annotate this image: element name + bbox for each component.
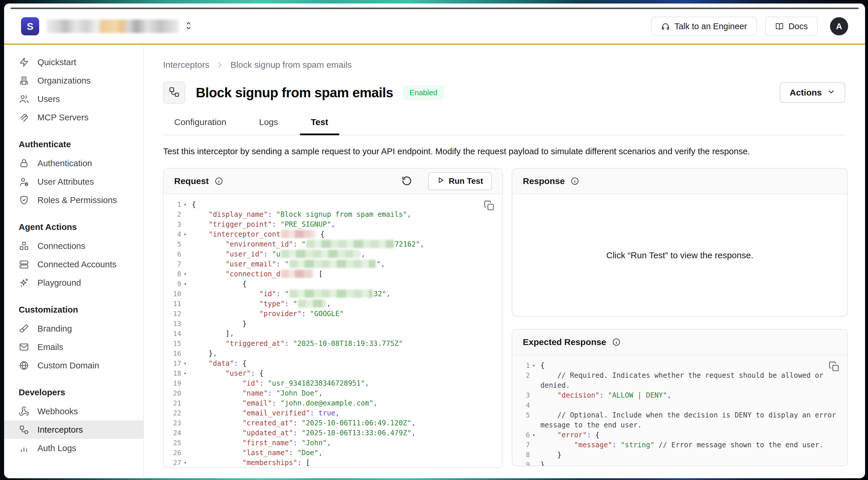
breadcrumb-root[interactable]: Interceptors [163,60,209,70]
code-line: 13 } [164,319,502,329]
code-text: "user": { [192,369,502,378]
fold-spacer [181,299,192,309]
code-text: } [192,319,502,329]
sidebar-item-organizations[interactable]: Organizations [4,71,143,90]
fold-toggle-icon[interactable]: ▾ [181,358,192,369]
code-line: 17▾ "data": { [164,358,502,369]
response-panel-title: Response [523,176,565,186]
chevron-right-icon [216,61,224,69]
fold-toggle-icon[interactable]: ▾ [530,430,540,440]
info-icon[interactable] [215,177,223,186]
copy-expected-button[interactable] [829,361,840,373]
fold-toggle-icon[interactable]: ▾ [181,229,192,239]
copy-request-button[interactable] [484,200,495,212]
line-number: 22 [164,408,181,418]
sidebar-item-connections[interactable]: Connections [4,237,143,255]
response-empty-state: Click “Run Test” to view the response. [512,194,847,316]
fold-spacer [181,388,192,398]
sidebar-item-roles-permissions[interactable]: Roles & Permissions [4,191,143,209]
fold-spacer [181,418,192,428]
expected-response-panel: Expected Response 1▾{2 // R [512,329,848,466]
fold-toggle-icon[interactable]: ▾ [181,458,192,468]
code-line: 18▾ "user": { [164,369,502,378]
interceptor-icon [168,86,180,99]
code-line: 1▾{ [512,360,847,371]
sidebar-item-playground[interactable]: Playground [4,274,143,292]
fold-toggle-icon[interactable]: ▾ [181,269,192,279]
sidebar-item-auth-logs[interactable]: Auth Logs [4,439,143,457]
sidebar-item-label: Auth Logs [37,443,76,453]
info-icon[interactable] [612,338,621,347]
sidebar-item-custom-domain[interactable]: Custom Domain [4,356,143,375]
line-number: 9 [164,279,181,289]
code-line: 19 "id": "usr_93418238346728951", [164,378,502,388]
code-line: 24 "updated_at": "2025-10-06T13:33:06.47… [164,428,502,438]
sidebar-item-label: Roles & Permissions [37,195,117,205]
redacted-value [289,290,373,298]
request-code-editor[interactable]: 1▾{2 "display_name": "Block signup from … [164,194,502,468]
sidebar-item-quickstart[interactable]: Quickstart [4,53,143,71]
sidebar-item-mcp-servers[interactable]: MCP Servers [4,108,143,127]
code-text: "trigger_point": "PRE_SIGNUP", [192,219,502,229]
tab-configuration[interactable]: Configuration [174,117,226,135]
line-number: 26 [164,448,181,458]
test-panels: Request Run [163,168,845,468]
tab-logs[interactable]: Logs [259,117,278,135]
response-panel: Response Click “Run Test” to view the re… [512,168,848,317]
code-text: } [540,450,847,460]
line-number: 3 [164,219,181,229]
talk-to-engineer-button[interactable]: Talk to an Engineer [651,17,757,36]
sparkles-icon [19,278,29,288]
fold-toggle-icon[interactable]: ▾ [530,360,540,371]
line-number: 19 [164,378,181,388]
expected-response-code[interactable]: 1▾{2 // Required. Indicates whether the … [512,355,847,466]
line-number: 10 [164,289,181,299]
sidebar-item-webhooks[interactable]: Webhooks [4,402,143,420]
sidebar-item-branding[interactable]: Branding [4,319,143,338]
code-text: "interceptor_cont { [192,229,502,239]
sidebar-item-interceptors[interactable]: Interceptors [4,420,143,439]
request-panel-header: Request Run [164,168,502,194]
sidebar-item-connected-accounts[interactable]: Connected Accounts [4,255,143,274]
fold-toggle-icon[interactable]: ▾ [181,369,192,378]
code-text: "id": "32", [192,289,502,299]
user-avatar[interactable]: A [830,17,848,35]
code-text: // Required. Indicates whether the reque… [540,371,847,390]
sidebar-item-emails[interactable]: Emails [4,338,143,356]
code-text: "id": "usr_93418238346728951", [192,378,502,388]
line-number: 5 [164,239,181,249]
actions-button[interactable]: Actions [780,83,845,103]
sidebar-section-customization: Customization [4,305,143,315]
breadcrumb: Interceptors Block signup from spam emai… [163,60,845,70]
reset-request-button[interactable] [401,175,412,187]
run-test-button[interactable]: Run Test [428,172,492,190]
docs-button[interactable]: Docs [765,17,818,36]
docs-label: Docs [788,22,808,31]
sidebar-item-users[interactable]: Users [4,90,143,108]
code-line: 11 "type": ", [164,299,502,309]
tab-test[interactable]: Test [311,117,328,135]
org-switcher-icon[interactable] [185,21,192,32]
code-text: "type": ", [192,299,502,309]
fold-spacer [530,390,540,400]
line-number: 1 [164,199,181,210]
page-description: Test this interceptor by sending a sampl… [163,147,845,156]
fold-spacer [530,410,540,430]
app-logo[interactable]: S [21,17,39,35]
fold-spacer [181,210,192,219]
fold-toggle-icon[interactable]: ▾ [181,279,192,289]
org-name-redacted[interactable] [47,20,179,33]
app-logo-letter: S [27,21,34,32]
line-number: 18 [164,369,181,378]
fold-toggle-icon[interactable]: ▾ [181,199,192,210]
avatar-letter: A [836,22,842,31]
code-line: 4 [512,400,847,410]
code-text: { [540,360,847,371]
code-text: "data": { [192,358,502,369]
info-icon[interactable] [570,177,579,186]
code-line: 9} [512,460,847,466]
sidebar-item-label: Quickstart [37,57,76,67]
sidebar-item-authentication[interactable]: Authentication [4,154,143,172]
sidebar-item-user-attributes[interactable]: User Attributes [4,172,143,191]
line-number: 14 [164,329,181,339]
